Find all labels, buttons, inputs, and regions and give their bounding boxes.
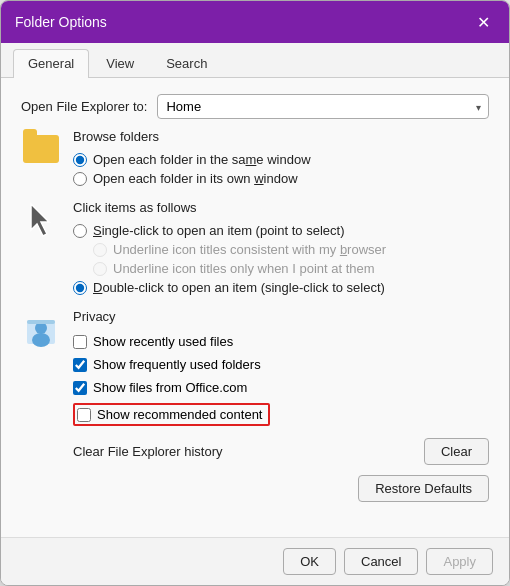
underline-browser-radio — [93, 243, 107, 257]
office-files-label[interactable]: Show files from Office.com — [93, 380, 247, 395]
recommended-content-label[interactable]: Show recommended content — [97, 407, 262, 422]
privacy-icon-box — [21, 309, 61, 349]
privacy-label: Privacy — [73, 309, 489, 324]
button-bar: OK Cancel Apply — [1, 537, 509, 585]
frequently-used-checkbox[interactable] — [73, 358, 87, 372]
clear-history-row: Clear File Explorer history Clear — [73, 438, 489, 465]
open-explorer-label: Open File Explorer to: — [21, 99, 147, 114]
ok-button[interactable]: OK — [283, 548, 336, 575]
browse-folders-icon-box — [21, 129, 61, 169]
clear-button[interactable]: Clear — [424, 438, 489, 465]
browse-folders-section: Browse folders Open each folder in the s… — [21, 129, 489, 186]
frequently-used-label[interactable]: Show frequently used folders — [93, 357, 261, 372]
recently-used-checkbox[interactable] — [73, 335, 87, 349]
clear-history-label: Clear File Explorer history — [73, 444, 223, 459]
single-click-row: Single-click to open an item (point to s… — [73, 223, 489, 238]
recommended-content-row: Show recommended content — [73, 403, 489, 426]
svg-marker-0 — [31, 204, 49, 236]
underline-hover-row: Underline icon titles only when I point … — [73, 261, 489, 276]
office-files-row: Show files from Office.com — [73, 380, 489, 395]
browse-own-window-radio[interactable] — [73, 172, 87, 186]
single-click-label[interactable]: Single-click to open an item (point to s… — [93, 223, 344, 238]
tab-bar: General View Search — [1, 43, 509, 78]
click-items-content: Click items as follows Single-click to o… — [73, 200, 489, 295]
recently-used-label[interactable]: Show recently used files — [93, 334, 233, 349]
frequently-used-row: Show frequently used folders — [73, 357, 489, 372]
cancel-button[interactable]: Cancel — [344, 548, 418, 575]
browse-own-window-label[interactable]: Open each folder in its own window — [93, 171, 298, 186]
svg-point-3 — [32, 333, 50, 347]
open-explorer-select[interactable]: Home This PC Quick Access — [157, 94, 489, 119]
browse-own-window-row: Open each folder in its own window — [73, 171, 489, 186]
privacy-content: Privacy Show recently used files Show fr… — [73, 309, 489, 502]
underline-browser-label: Underline icon titles consistent with my… — [113, 242, 386, 257]
restore-defaults-button[interactable]: Restore Defaults — [358, 475, 489, 502]
tab-view[interactable]: View — [91, 49, 149, 77]
browse-same-window-row: Open each folder in the same window — [73, 152, 489, 167]
click-items-label: Click items as follows — [73, 200, 489, 215]
browse-folders-content: Browse folders Open each folder in the s… — [73, 129, 489, 186]
double-click-row: Double-click to open an item (single-cli… — [73, 280, 489, 295]
open-explorer-select-wrapper: Home This PC Quick Access ▾ — [157, 94, 489, 119]
dialog-title: Folder Options — [15, 14, 107, 30]
double-click-label[interactable]: Double-click to open an item (single-cli… — [93, 280, 385, 295]
underline-hover-radio — [93, 262, 107, 276]
browse-same-window-label[interactable]: Open each folder in the same window — [93, 152, 311, 167]
folder-options-dialog: Folder Options ✕ General View Search Ope… — [0, 0, 510, 586]
click-items-section: Click items as follows Single-click to o… — [21, 200, 489, 295]
folder-icon — [23, 135, 59, 163]
click-items-radio-group: Single-click to open an item (point to s… — [73, 223, 489, 295]
privacy-icon — [23, 310, 59, 348]
tab-search[interactable]: Search — [151, 49, 222, 77]
cursor-icon — [23, 200, 59, 240]
title-bar: Folder Options ✕ — [1, 1, 509, 43]
browse-folders-label: Browse folders — [73, 129, 489, 144]
privacy-section: Privacy Show recently used files Show fr… — [21, 309, 489, 502]
recommended-content-checkbox[interactable] — [77, 408, 91, 422]
restore-defaults-row: Restore Defaults — [73, 475, 489, 502]
browse-same-window-radio[interactable] — [73, 153, 87, 167]
tab-content: Open File Explorer to: Home This PC Quic… — [1, 78, 509, 537]
open-explorer-row: Open File Explorer to: Home This PC Quic… — [21, 94, 489, 119]
browse-folders-radio-group: Open each folder in the same window Open… — [73, 152, 489, 186]
recently-used-row: Show recently used files — [73, 334, 489, 349]
double-click-radio[interactable] — [73, 281, 87, 295]
underline-browser-row: Underline icon titles consistent with my… — [73, 242, 489, 257]
close-button[interactable]: ✕ — [471, 10, 495, 34]
single-click-radio[interactable] — [73, 224, 87, 238]
office-files-checkbox[interactable] — [73, 381, 87, 395]
recommended-content-highlight: Show recommended content — [73, 403, 270, 426]
svg-rect-4 — [27, 320, 55, 324]
click-items-icon-box — [21, 200, 61, 240]
underline-hover-label: Underline icon titles only when I point … — [113, 261, 375, 276]
tab-general[interactable]: General — [13, 49, 89, 78]
apply-button[interactable]: Apply — [426, 548, 493, 575]
